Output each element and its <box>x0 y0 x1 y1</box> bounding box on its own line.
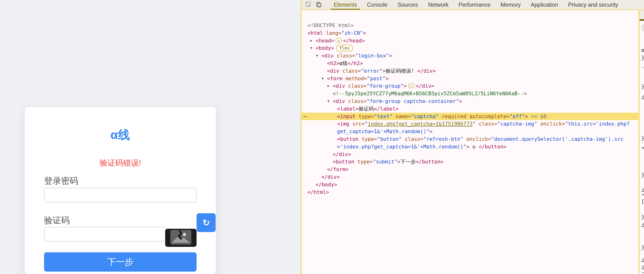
inspect-icon[interactable] <box>306 2 312 8</box>
elements-tree-panel: <!DOCTYPE html><html lang="zh-CN">▶<head… <box>302 10 638 273</box>
dom-token-val: get_captcha=1&'+Math.random()" <box>337 128 429 134</box>
css-rule-fragment: e <box>642 47 644 53</box>
css-rule-fragment: i <box>642 257 644 263</box>
dom-token-tag: </div> <box>417 68 436 74</box>
dom-token-attr: name= <box>392 113 411 119</box>
dom-token-attr: required <box>438 113 466 119</box>
devtools-tab-performance[interactable]: Performance <box>454 0 496 10</box>
dom-token-tag: </body> <box>316 182 337 187</box>
next-step-button[interactable]: 下一步 <box>44 252 196 271</box>
dom-token-tag: </html> <box>308 189 329 195</box>
devtools-tab-sources[interactable]: Sources <box>392 0 423 10</box>
css-rule-fragment: . <box>642 63 644 69</box>
collapse-arrow-icon[interactable]: ▼ <box>328 97 330 105</box>
captcha-input[interactable] <box>44 227 167 242</box>
dom-token-link[interactable]: index.php?get_captcha=1&1751986773 <box>368 121 472 127</box>
dom-token-val: "document.querySelector('.captcha-img').… <box>491 136 624 142</box>
expand-arrow-icon[interactable]: ▶ <box>328 82 330 90</box>
dom-tree-row[interactable]: </form> <box>302 166 638 173</box>
dom-tree-row[interactable]: ▶<head>⋯</head> <box>302 37 638 45</box>
dom-tree-row[interactable]: <h2>α线</h2> <box>302 60 638 67</box>
dom-token-attr: class= <box>345 98 367 104</box>
dom-token-val: "error" <box>361 68 382 74</box>
css-rule-fragment: i <box>642 187 644 193</box>
password-input[interactable] <box>44 188 196 202</box>
dom-tree-row[interactable]: ▼<body>flex <box>302 44 638 52</box>
dom-token-tag: </form> <box>327 166 349 172</box>
dom-tree-row[interactable]: <button type="submit">下一步</button> <box>302 158 638 166</box>
collapse-arrow-icon[interactable]: ▼ <box>310 44 312 52</box>
dom-tree-row[interactable]: <div class="error">验证码错误! </div> <box>302 67 638 75</box>
dom-token-tag: > <box>404 83 407 89</box>
dom-token-attr: class= <box>334 53 355 59</box>
dom-tree-row[interactable]: ='index.php?get_captcha=1&'+Math.random(… <box>302 143 638 151</box>
dom-tree-row[interactable]: ▼<form method="post"> <box>302 75 638 82</box>
collapse-arrow-icon[interactable]: ▼ <box>316 52 318 60</box>
dom-token-tag: > <box>429 128 432 134</box>
dom-token-val: " <box>473 121 476 127</box>
dom-tree-row[interactable]: <!DOCTYPE html> <box>302 22 638 29</box>
dom-token-txt: α线 <box>339 60 348 66</box>
dom-token-val: "form-group captcha-container" <box>366 98 459 104</box>
row-gutter-menu[interactable]: ⋯ <box>304 113 307 120</box>
devtools-tab-elements[interactable]: Elements <box>329 0 362 10</box>
dom-tree-row[interactable]: </body> <box>302 181 638 188</box>
dom-token-txt: 验证码错误! <box>386 68 417 74</box>
collapse-arrow-icon[interactable]: ▼ <box>322 75 324 82</box>
dom-tree-row[interactable]: </div> <box>302 151 638 158</box>
dom-tree-row[interactable]: ▶<div class="form-group">⋯</div> <box>302 82 638 90</box>
dom-token-attr: onclick= <box>537 121 565 127</box>
password-label: 登录密码 <box>44 175 78 187</box>
flex-badge[interactable]: flex <box>336 45 353 52</box>
css-rule-fragment: } <box>642 244 644 250</box>
dom-token-tag: <div <box>333 98 345 104</box>
dom-tree: <!DOCTYPE html><html lang="zh-CN">▶<head… <box>302 22 638 196</box>
dom-token-val: "submit" <box>373 159 398 165</box>
dom-tree-row[interactable]: get_captcha=1&'+Math.random()"> <box>302 128 638 135</box>
dom-token-val: "off" <box>510 113 525 119</box>
styles-tab-underline <box>640 19 644 21</box>
devtools-tab-network[interactable]: Network <box>423 0 453 10</box>
dom-token-tag: <button <box>333 159 354 165</box>
inline-expand-button[interactable]: ⋯ <box>335 38 342 43</box>
css-section-separator <box>640 89 644 89</box>
dom-tree-row[interactable]: <!--5pyJ5pe25YCZ77yM6aqM6K+B56CB5piv5ZCm… <box>302 90 638 97</box>
dom-token-attr: class= <box>339 68 361 74</box>
captcha-label: 验证码 <box>44 215 70 226</box>
css-rule-fragment: [ <box>642 198 644 205</box>
dom-token-tag: > <box>382 68 386 74</box>
styles-filter-pill <box>641 24 644 31</box>
css-rule-fragment: i <box>642 222 644 228</box>
dom-token-tag: <html <box>308 30 323 36</box>
dom-tree-row[interactable]: ▼<div class="form-group captcha-containe… <box>302 97 638 105</box>
devtools-tab-console[interactable]: Console <box>362 0 392 10</box>
devtools-tab-application[interactable]: Application <box>526 0 563 10</box>
dom-token-tag: > <box>525 113 528 119</box>
dom-tree-row[interactable]: </html> <box>302 188 638 196</box>
dom-tree-row[interactable]: <button type="button" class="refresh-btn… <box>302 135 638 143</box>
dom-token-tag: > <box>398 159 400 165</box>
dom-tree-row[interactable]: <label>验证码</label> <box>302 105 638 113</box>
dom-token-attr: type= <box>359 136 377 142</box>
dom-tree-row[interactable]: <img src="index.php?get_captcha=1&175198… <box>302 120 638 128</box>
captcha-image[interactable] <box>165 229 196 247</box>
login-card: α线 验证码错误! 登录密码 验证码 ↻ 下一步 <box>25 107 216 274</box>
dom-tree-row[interactable]: <html lang="zh-CN"> <box>302 29 638 37</box>
devtools-tab-memory[interactable]: Memory <box>496 0 526 10</box>
dom-token-val: "login-box" <box>355 53 389 59</box>
dom-tree-row[interactable]: ⋯<input type="text" name="captcha" requi… <box>302 113 638 120</box>
dom-token-attr: lang= <box>323 30 342 36</box>
devtools-toolbar: ElementsConsoleSourcesNetworkPerformance… <box>302 0 644 10</box>
captcha-refresh-button[interactable]: ↻ <box>196 213 216 232</box>
dom-tree-row[interactable]: </div> <box>302 173 638 181</box>
devtools-tab-privacy-and-security[interactable]: Privacy and security <box>563 0 623 10</box>
inline-expand-button[interactable]: ⋯ <box>408 83 414 88</box>
dom-token-attr: method= <box>342 76 367 82</box>
dom-token-tag: <h2> <box>327 60 339 66</box>
expand-arrow-icon[interactable]: ▶ <box>310 37 312 45</box>
dom-tree-row[interactable]: ▼<div class="login-box"> <box>302 52 638 60</box>
device-toolbar-icon[interactable] <box>316 2 322 8</box>
dom-token-val: "captcha-img" <box>497 121 537 127</box>
dom-token-tag: <div <box>327 68 339 74</box>
broken-image-icon <box>170 230 191 246</box>
